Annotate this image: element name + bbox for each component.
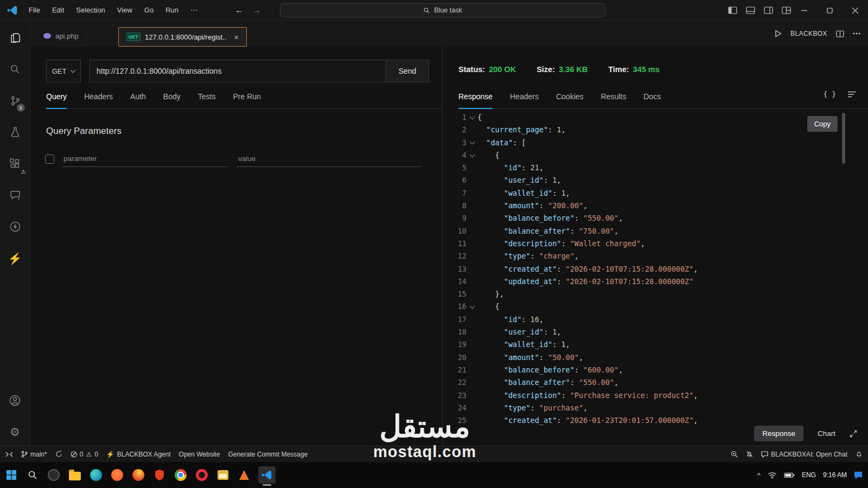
back-arrow-icon[interactable]: ← — [235, 5, 244, 15]
method-dropdown[interactable]: GET — [46, 60, 81, 82]
extensions-icon[interactable]: ⚠ — [0, 150, 30, 178]
line-number: 1 — [443, 111, 467, 124]
menu-file[interactable]: File — [24, 4, 45, 16]
menu-go[interactable]: Go — [139, 4, 158, 16]
toggle-panel-icon[interactable] — [746, 7, 755, 14]
fold-spacer — [467, 313, 477, 326]
clock[interactable]: 9:16 AM — [823, 471, 847, 479]
menu-more-icon[interactable]: ⋯ — [186, 4, 202, 16]
thunder-client-icon[interactable] — [0, 213, 30, 241]
menu-run[interactable]: Run — [161, 4, 183, 16]
source-control-icon[interactable]: 3 — [0, 87, 30, 115]
tab-query[interactable]: Query — [46, 92, 67, 109]
problems-item[interactable]: 0 ⚠ 0 — [71, 451, 98, 458]
response-view-button[interactable]: Response — [754, 426, 803, 441]
run-play-icon[interactable] — [775, 30, 782, 37]
line-number: 24 — [443, 402, 467, 414]
battery-icon[interactable] — [784, 472, 795, 478]
vscode-taskbar-icon[interactable] — [258, 466, 276, 484]
format-json-icon[interactable]: { } — [824, 90, 836, 98]
expand-panel-icon[interactable] — [850, 430, 857, 438]
more-actions-icon[interactable] — [853, 33, 860, 35]
response-scrollbar[interactable] — [842, 113, 845, 164]
fold-chevron-icon[interactable] — [467, 300, 477, 313]
maximize-button[interactable] — [817, 0, 843, 21]
code-line: 20 "amount": "50.00", — [443, 351, 868, 364]
tab-docs[interactable]: Docs — [643, 92, 661, 108]
tab-tests[interactable]: Tests — [198, 92, 216, 108]
menu-edit[interactable]: Edit — [47, 4, 69, 16]
fold-chevron-icon[interactable] — [467, 149, 477, 162]
open-website-item[interactable]: Open Website — [179, 451, 220, 458]
tab-cookies[interactable]: Cookies — [556, 92, 584, 108]
minimize-button[interactable] — [792, 0, 817, 21]
account-icon[interactable] — [0, 386, 30, 414]
brave-icon[interactable] — [110, 468, 124, 482]
language-indicator[interactable]: ENG — [802, 471, 816, 479]
start-button-icon[interactable] — [4, 468, 18, 482]
remote-indicator-icon[interactable] — [5, 451, 13, 458]
bell-icon[interactable] — [856, 451, 863, 458]
test-beaker-icon[interactable] — [0, 118, 30, 146]
tab-body[interactable]: Body — [163, 92, 181, 108]
send-button[interactable]: Send — [386, 60, 429, 82]
copilot-icon[interactable] — [47, 468, 61, 482]
parameter-checkbox[interactable] — [45, 155, 54, 164]
wifi-icon[interactable] — [768, 472, 777, 479]
tray-expand-icon[interactable]: ^ — [757, 471, 761, 479]
git-branch-item[interactable]: main* — [21, 451, 47, 458]
tab-api-php[interactable]: api.php — [36, 25, 87, 47]
tab-resp-headers[interactable]: Headers — [510, 92, 539, 108]
code-text: "type": "charge", — [477, 250, 579, 262]
notification-center-icon[interactable] — [854, 471, 863, 479]
files-app-icon[interactable] — [216, 468, 230, 482]
close-button[interactable] — [843, 0, 868, 21]
value-input[interactable] — [237, 151, 421, 167]
blackbox-label[interactable]: BLACKBOX — [790, 30, 827, 37]
search-icon[interactable] — [0, 55, 30, 84]
forward-arrow-icon[interactable]: → — [252, 5, 261, 15]
blackbox-agent-item[interactable]: ⚡ BLACKBOX Agent — [106, 451, 171, 458]
sync-icon[interactable] — [55, 451, 62, 458]
file-explorer-icon[interactable] — [68, 468, 82, 482]
vscode-logo-icon — [7, 4, 18, 16]
firefox-icon[interactable] — [131, 468, 145, 482]
menu-selection[interactable]: Selection — [71, 4, 110, 16]
taskbar-search-icon[interactable] — [25, 468, 40, 482]
copy-button[interactable]: Copy — [807, 116, 838, 132]
tab-request[interactable]: GET 127.0.0.1:8000/api/regist.. × — [118, 27, 247, 47]
toggle-sidebar-icon[interactable] — [728, 7, 737, 14]
vlc-icon[interactable] — [237, 468, 251, 482]
generate-commit-item[interactable]: Generate Commit Message — [228, 451, 308, 458]
shield-app-icon[interactable] — [152, 468, 167, 482]
fold-spacer — [467, 250, 477, 262]
filter-lines-icon[interactable] — [848, 91, 856, 98]
settings-gear-icon[interactable]: ⚙ — [0, 418, 30, 446]
split-editor-icon[interactable] — [836, 30, 844, 37]
editor-content: GET Send Query Headers Auth Body Tests P… — [30, 47, 868, 446]
toggle-secondary-sidebar-icon[interactable] — [764, 7, 773, 14]
tab-auth[interactable]: Auth — [130, 92, 146, 108]
parameter-input[interactable] — [62, 151, 227, 167]
explorer-icon[interactable] — [0, 24, 30, 52]
chart-view-button[interactable]: Chart — [818, 429, 835, 438]
tab-pre-run[interactable]: Pre Run — [233, 92, 260, 108]
edge-icon[interactable] — [89, 468, 103, 482]
blackboxai-chat-item[interactable]: BLACKBOXAI: Open Chat — [761, 451, 847, 458]
customize-layout-icon[interactable] — [782, 7, 791, 14]
opera-icon[interactable] — [195, 468, 209, 482]
chrome-icon[interactable] — [174, 468, 188, 482]
fold-chevron-icon[interactable] — [467, 111, 477, 124]
fold-chevron-icon[interactable] — [467, 137, 477, 149]
tab-headers[interactable]: Headers — [84, 92, 113, 108]
tab-response[interactable]: Response — [458, 92, 493, 109]
tab-results[interactable]: Results — [601, 92, 627, 108]
menu-view[interactable]: View — [112, 4, 137, 16]
chat-extension-icon[interactable] — [0, 181, 30, 209]
zoom-icon[interactable] — [731, 451, 738, 458]
command-center-search[interactable]: Blue task — [280, 3, 605, 17]
tab-close-icon[interactable]: × — [234, 33, 239, 42]
url-input[interactable] — [90, 60, 386, 82]
notifications-muted-icon[interactable] — [746, 451, 753, 458]
bolt-extension-icon[interactable]: ⚡ — [0, 244, 30, 272]
